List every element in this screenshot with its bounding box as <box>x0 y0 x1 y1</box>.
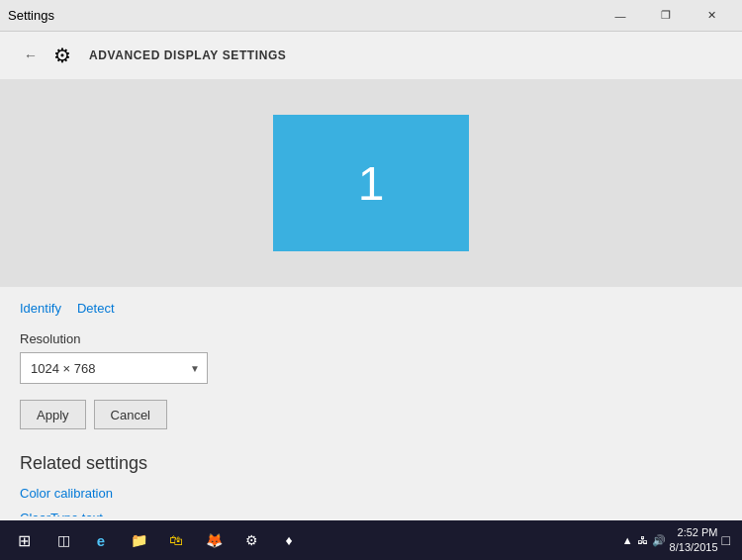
action-center-icon[interactable]: □ <box>722 532 730 548</box>
start-icon: ⊞ <box>18 531 31 550</box>
display-links-row: Identify Detect <box>20 301 722 316</box>
taskbar-clock: 2:52 PM 8/13/2015 <box>670 525 718 556</box>
resolution-select[interactable]: 1024 × 768 1280 × 720 1366 × 768 1920 × … <box>20 352 208 384</box>
restore-button[interactable]: ❐ <box>643 0 689 32</box>
taskbar-extra[interactable]: ♦ <box>271 522 307 558</box>
app-header: ← ⚙ ADVANCED DISPLAY SETTINGS <box>0 32 742 79</box>
taskbar-edge[interactable]: e <box>83 522 119 558</box>
start-button[interactable]: ⊞ <box>4 520 44 560</box>
detect-link[interactable]: Detect <box>77 301 115 316</box>
minimize-button[interactable]: — <box>598 0 643 32</box>
resolution-dropdown-wrapper: 1024 × 768 1280 × 720 1366 × 768 1920 × … <box>20 352 208 384</box>
identify-link[interactable]: Identify <box>20 301 61 316</box>
back-button[interactable]: ← <box>20 46 42 65</box>
page-title: ADVANCED DISPLAY SETTINGS <box>89 48 286 62</box>
tray-chevron-icon[interactable]: ▲ <box>622 534 633 546</box>
taskbar-store[interactable]: 🛍 <box>158 522 194 558</box>
main-content: 1 Identify Detect Resolution 1024 × 768 … <box>0 79 742 516</box>
settings-gear-icon: ⚙ <box>53 44 77 67</box>
monitor-number: 1 <box>358 156 385 211</box>
title-bar: Settings — ❐ ✕ <box>0 0 742 32</box>
clock-time: 2:52 PM <box>670 525 718 540</box>
taskbar-firefox[interactable]: 🦊 <box>196 522 232 558</box>
close-button[interactable]: ✕ <box>689 0 734 32</box>
taskbar-settings[interactable]: ⚙ <box>233 522 269 558</box>
taskbar: ⊞ ◫ e 📁 🛍 🦊 ⚙ ♦ ▲ 🖧 🔊 2:52 PM 8/13/2015 … <box>0 520 742 560</box>
firefox-icon: 🦊 <box>206 532 223 548</box>
action-buttons-row: Apply Cancel <box>20 400 722 429</box>
cancel-button[interactable]: Cancel <box>94 400 167 429</box>
monitor-box[interactable]: 1 <box>273 115 469 251</box>
title-bar-title: Settings <box>8 8 54 23</box>
title-bar-left: Settings <box>8 8 54 23</box>
explorer-icon: 📁 <box>131 532 147 548</box>
apply-button[interactable]: Apply <box>20 400 86 429</box>
display-preview-area: 1 <box>0 79 742 287</box>
related-settings-links: Color calibration ClearType text Advance… <box>20 486 722 516</box>
related-settings-title: Related settings <box>20 453 722 474</box>
taskbar-explorer[interactable]: 📁 <box>121 522 156 558</box>
task-view-icon: ◫ <box>57 532 70 548</box>
resolution-label: Resolution <box>20 331 722 346</box>
settings-taskbar-icon: ⚙ <box>245 532 258 548</box>
cleartype-text-link[interactable]: ClearType text <box>20 511 722 516</box>
title-bar-controls: — ❐ ✕ <box>598 0 734 32</box>
edge-icon: e <box>97 532 105 549</box>
store-icon: 🛍 <box>169 532 183 548</box>
network-icon: 🖧 <box>637 534 648 546</box>
taskbar-task-view[interactable]: ◫ <box>46 522 81 558</box>
taskbar-tray: ▲ 🖧 🔊 2:52 PM 8/13/2015 □ <box>622 525 738 556</box>
extra-icon: ♦ <box>285 532 292 548</box>
color-calibration-link[interactable]: Color calibration <box>20 486 722 501</box>
volume-icon: 🔊 <box>652 534 666 547</box>
clock-date: 8/13/2015 <box>670 540 718 555</box>
